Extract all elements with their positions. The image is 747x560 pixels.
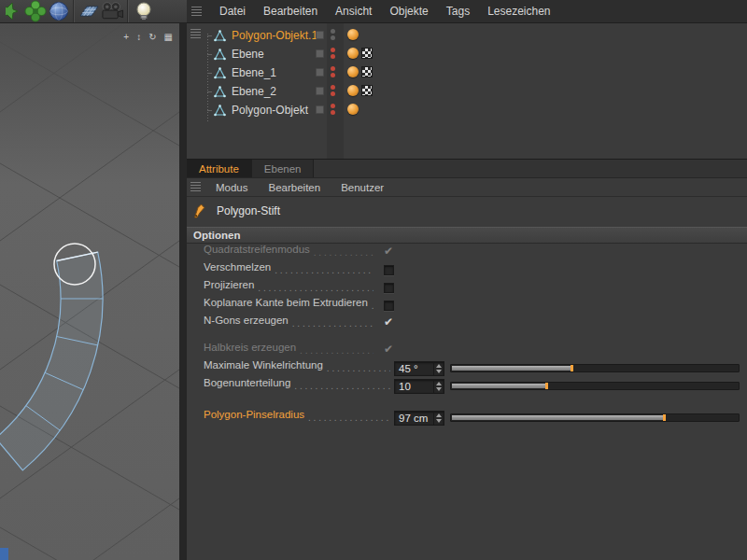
- menu-objekte[interactable]: Objekte: [389, 5, 428, 18]
- leader-dots: [314, 244, 374, 261]
- light-tool-icon[interactable]: [132, 0, 155, 22]
- menu-lesezeichen[interactable]: Lesezeichen: [487, 5, 550, 18]
- uv-tag-icon[interactable]: [361, 66, 373, 77]
- rotate-icon[interactable]: ↻: [148, 33, 156, 42]
- visibility-dots[interactable]: [331, 104, 335, 115]
- zoom-icon[interactable]: ↕: [136, 33, 141, 42]
- leader-dots: [294, 377, 390, 395]
- option-label: Verschmelzen: [204, 261, 271, 279]
- checkbox[interactable]: [384, 265, 394, 275]
- menu-bearbeiten[interactable]: Bearbeiten: [263, 5, 317, 18]
- object-row[interactable]: Ebene: [187, 45, 747, 63]
- object-row[interactable]: Ebene_1: [187, 63, 747, 82]
- menu-datei[interactable]: Datei: [219, 5, 246, 18]
- object-row[interactable]: Polygon-Objekt: [187, 101, 747, 119]
- checkbox[interactable]: [383, 246, 395, 259]
- edit-state-icon[interactable]: [316, 49, 324, 58]
- panel-divider[interactable]: [179, 23, 187, 560]
- tab-attribute[interactable]: Attribute: [187, 160, 252, 177]
- pinselradius-value-field[interactable]: 97 cm: [394, 411, 444, 426]
- clover-tool-icon[interactable]: [23, 0, 47, 22]
- polygon-object-icon: [213, 66, 227, 79]
- tag-row: [347, 85, 373, 96]
- winkel-slider[interactable]: [450, 364, 740, 372]
- viewport-corner-marker: [0, 548, 8, 560]
- visibility-dots[interactable]: [331, 85, 335, 96]
- material-tag-icon[interactable]: [347, 85, 359, 96]
- light-bulb-shape: [134, 1, 154, 22]
- object-manager-panel: Polygon-Objekt.1 Ebene Ebene_1: [187, 23, 747, 159]
- option-row: Projizieren: [187, 279, 747, 297]
- tool-title: Polygon-Stift: [217, 204, 280, 217]
- stepper-arrows[interactable]: [433, 362, 444, 375]
- edit-state-icon[interactable]: [316, 68, 324, 77]
- option-label: Bogenunterteilung: [204, 377, 290, 395]
- clipped-tool-icon[interactable]: [0, 0, 23, 22]
- tab-ebenen[interactable]: Ebenen: [252, 160, 315, 177]
- stepper-arrows[interactable]: [433, 412, 444, 425]
- uv-tag-icon[interactable]: [361, 48, 373, 59]
- visibility-dots[interactable]: [331, 66, 335, 77]
- clipped-green-shape: [6, 1, 19, 21]
- panel-grip-icon[interactable]: [191, 7, 202, 17]
- visibility-dots[interactable]: [331, 48, 335, 59]
- material-tag-icon[interactable]: [347, 29, 359, 40]
- edit-state-icon[interactable]: [316, 87, 324, 95]
- value-text: 97 cm: [395, 412, 433, 425]
- checkbox[interactable]: [384, 301, 394, 311]
- checkbox[interactable]: [383, 344, 395, 357]
- object-row[interactable]: Ebene_2: [187, 82, 747, 101]
- polygon-object-icon: [213, 85, 227, 98]
- option-label: N-Gons erzeugen: [204, 315, 289, 332]
- option-label: Projizieren: [204, 279, 254, 297]
- object-label: Ebene: [232, 48, 264, 61]
- edit-state-icon[interactable]: [316, 105, 324, 114]
- visibility-dots[interactable]: [331, 29, 335, 40]
- camera-tool-icon[interactable]: [101, 0, 124, 22]
- pan-icon[interactable]: +: [123, 33, 129, 42]
- tool-title-row: Polygon-Stift: [187, 197, 747, 225]
- leader-dots: [372, 297, 374, 315]
- option-row: Quadratstreifenmodus: [187, 244, 747, 261]
- tag-row: [347, 66, 373, 77]
- material-tag-icon[interactable]: [347, 104, 359, 115]
- checkbox[interactable]: [383, 317, 395, 329]
- unterteilung-slider[interactable]: [450, 382, 740, 390]
- menu-benutzer[interactable]: Benutzer: [341, 182, 384, 193]
- panel-grip-icon[interactable]: [190, 182, 201, 192]
- tag-row: [347, 29, 359, 40]
- object-label: Ebene_1: [232, 66, 276, 79]
- section-header[interactable]: Optionen: [187, 227, 747, 244]
- attribute-tabbar: Attribute Ebenen: [187, 159, 747, 178]
- menu-tags[interactable]: Tags: [446, 5, 470, 18]
- menu-ansicht[interactable]: Ansicht: [335, 5, 372, 18]
- material-tag-icon[interactable]: [347, 48, 359, 59]
- main-toolbar: [0, 0, 187, 23]
- views-icon[interactable]: ▦: [164, 33, 173, 42]
- viewport-scene: [0, 23, 179, 560]
- option-row: Koplanare Kante beim Extrudieren: [187, 297, 747, 315]
- uv-tag-icon[interactable]: [361, 85, 373, 96]
- object-row[interactable]: Polygon-Objekt.1: [187, 26, 747, 45]
- plane-tool-icon[interactable]: [78, 0, 101, 22]
- option-row: Halbkreis erzeugen: [187, 342, 747, 359]
- green-clover-shape: [24, 0, 47, 22]
- menubar: Datei Bearbeiten Ansicht Objekte Tags Le…: [187, 0, 747, 23]
- edit-state-icon[interactable]: [316, 31, 324, 39]
- option-row: Bogenunterteilung 10: [187, 377, 747, 395]
- tag-row: [347, 48, 373, 59]
- tag-row: [347, 104, 359, 115]
- pinselradius-slider[interactable]: [450, 413, 740, 422]
- stepper-arrows[interactable]: [433, 380, 444, 393]
- polygon-object-icon: [213, 29, 227, 42]
- material-tag-icon[interactable]: [347, 66, 359, 77]
- attribute-menubar: Modus Bearbeiten Benutzer: [187, 178, 747, 197]
- value-text: 45 °: [395, 362, 433, 375]
- menu-bearbeiten-attr[interactable]: Bearbeiten: [269, 182, 321, 193]
- winkel-value-field[interactable]: 45 °: [394, 361, 444, 376]
- viewport-canvas[interactable]: + ↕ ↻ ▦: [0, 23, 179, 560]
- menu-modus[interactable]: Modus: [216, 182, 248, 193]
- unterteilung-value-field[interactable]: 10: [394, 379, 444, 394]
- checkbox[interactable]: [384, 283, 394, 293]
- sphere-tool-icon[interactable]: [47, 0, 70, 22]
